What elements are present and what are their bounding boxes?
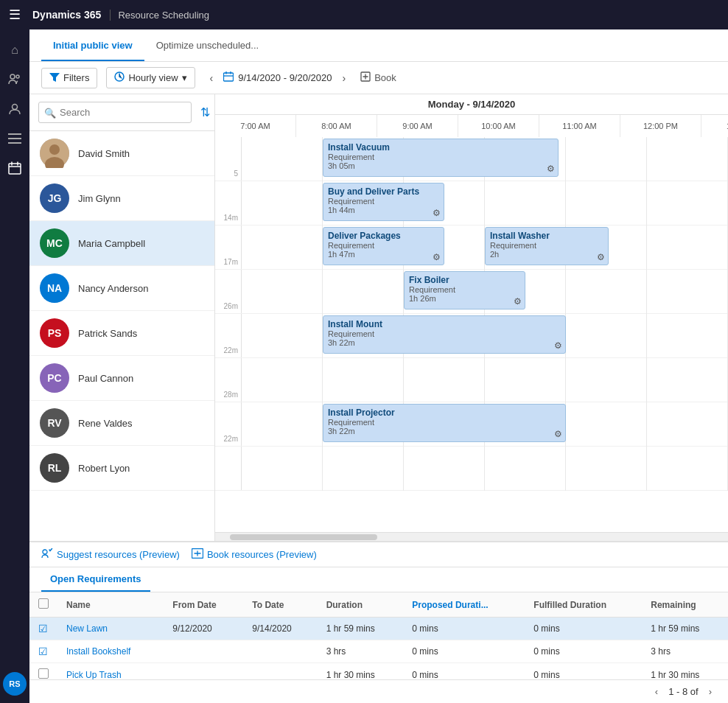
chevron-down-icon: ▾ <box>182 72 187 83</box>
filters-button[interactable]: Filters <box>41 68 97 88</box>
tab-open-requirements[interactable]: Open Requirements <box>41 567 150 592</box>
time-cell <box>566 358 647 402</box>
row-name[interactable]: Install Bookshelf <box>57 640 164 663</box>
time-cell <box>485 447 566 491</box>
nav-person-button[interactable] <box>1 96 28 122</box>
search-input[interactable] <box>38 102 192 123</box>
horizontal-scrollbar[interactable] <box>215 532 728 541</box>
scrollbar-thumb[interactable] <box>230 534 377 540</box>
resource-name: Nancy Anderson <box>78 283 148 294</box>
resource-name: Robert Lyon <box>78 463 130 474</box>
app-name: Dynamics 365 <box>32 9 101 21</box>
hourly-view-button[interactable]: Hourly view ▾ <box>106 67 195 88</box>
time-cell <box>566 270 647 314</box>
gap-label: 22m <box>215 314 242 357</box>
task-block[interactable]: Install Vacuum Requirement 3h 05m ⚙ <box>323 139 559 177</box>
row-name[interactable]: Pick Up Trash <box>57 663 164 680</box>
tab-optimize[interactable]: Optimize unscheduled... <box>144 31 270 61</box>
task-settings-icon[interactable]: ⚙ <box>554 429 562 439</box>
avatar: PC <box>40 363 69 393</box>
gap-label: 14m <box>215 181 242 225</box>
sort-button[interactable]: ⇅ <box>197 102 213 122</box>
checked-icon[interactable]: ☑ <box>38 646 48 657</box>
avatar: NA <box>40 273 69 303</box>
resource-item-jim-glynn[interactable]: JGJim Glynn <box>29 176 214 221</box>
task-block[interactable]: Fix Boiler Requirement 1h 26m ⚙ <box>404 271 525 309</box>
tabs-bar: Initial public view Optimize unscheduled… <box>29 29 728 62</box>
timeline-row: 14m Buy and Deliver Parts Requirement 1h… <box>215 181 728 225</box>
task-settings-icon[interactable]: ⚙ <box>547 164 555 174</box>
resource-item-rene-valdes[interactable]: RVRene Valdes <box>29 401 214 446</box>
nav-list-button[interactable] <box>1 125 28 152</box>
suggest-resources-button[interactable]: Suggest resources (Preview) <box>41 548 180 561</box>
select-all-checkbox[interactable] <box>38 598 49 609</box>
task-settings-icon[interactable]: ⚙ <box>514 296 522 307</box>
svg-rect-5 <box>8 142 21 144</box>
resource-panel: 🔍 ⇅ David SmithJGJim GlynnMCMaria Campbe… <box>29 94 215 541</box>
task-settings-icon[interactable]: ⚙ <box>597 252 605 262</box>
row-fulfilled: 0 mins <box>525 640 642 663</box>
nav-calendar-button[interactable] <box>1 155 28 181</box>
checked-icon[interactable]: ☑ <box>38 623 48 634</box>
row-cells: Install Vacuum Requirement 3h 05m ⚙ Fix … <box>242 137 728 181</box>
task-block[interactable]: Install Mount Requirement 3h 22m ⚙ <box>323 315 566 354</box>
resource-item-robert-lyon[interactable]: RLRobert Lyon <box>29 446 214 491</box>
task-block[interactable]: Install Projector Requirement 3h 22m ⚙ <box>323 404 566 442</box>
book-icon <box>360 71 371 84</box>
book-button[interactable]: Book <box>360 71 396 84</box>
gap-label: 22m <box>215 402 242 446</box>
resource-item-maria-campbell[interactable]: MCMaria Campbell <box>29 221 214 266</box>
resource-name: Maria Campbell <box>78 238 145 249</box>
task-duration: 1h 44m <box>328 206 439 214</box>
task-block[interactable]: Buy and Deliver Parts Requirement 1h 44m… <box>323 183 444 221</box>
tab-initial-public-view[interactable]: Initial public view <box>41 31 144 61</box>
time-cell <box>242 225 323 270</box>
hamburger-menu[interactable]: ☰ <box>9 7 21 23</box>
time-cell <box>404 358 485 402</box>
resource-item-david-smith[interactable]: David Smith <box>29 131 214 176</box>
unchecked-checkbox[interactable] <box>38 668 49 679</box>
avatar: RL <box>40 453 69 483</box>
row-check-cell[interactable]: ☑ <box>29 640 57 663</box>
prev-page-button[interactable]: ‹ <box>651 685 662 699</box>
time-cell <box>323 358 404 402</box>
time-cell <box>647 225 728 270</box>
task-settings-icon[interactable]: ⚙ <box>433 252 441 262</box>
suggest-icon <box>41 548 53 561</box>
time-cell <box>242 181 323 225</box>
task-settings-icon[interactable]: ⚙ <box>433 208 441 218</box>
table-header-row: Name From Date To Date Duration Proposed… <box>29 592 728 618</box>
time-slot-label: 10:00 AM <box>458 115 539 137</box>
resource-list: David SmithJGJim GlynnMCMaria CampbellNA… <box>29 131 214 541</box>
nav-users-button[interactable] <box>1 66 28 93</box>
row-check-cell[interactable] <box>29 663 57 680</box>
timeline-row: 26m Fix Boiler Requirement 1h 26m ⚙ Inst… <box>215 270 728 314</box>
row-name[interactable]: New Lawn <box>57 618 164 640</box>
prev-date-button[interactable]: ‹ <box>204 69 220 87</box>
svg-point-13 <box>49 144 60 155</box>
resource-item-patrick-sands[interactable]: PSPatrick Sands <box>29 311 214 356</box>
time-cell <box>566 314 647 358</box>
row-cells: Fix Boiler Requirement 1h 26m ⚙ Install.… <box>242 270 728 314</box>
timeline-row: 22m Install Projector Requirement 3h 22m… <box>215 402 728 447</box>
row-remaining: 3 hrs <box>642 640 728 663</box>
time-cell <box>647 358 728 402</box>
task-settings-icon[interactable]: ⚙ <box>554 340 562 351</box>
task-block[interactable]: Install Washer Requirement 2h ⚙ <box>485 227 609 265</box>
row-cells: Install Mount Requirement 3h 22m ⚙ Preve… <box>242 314 728 358</box>
book-resources-button[interactable]: Book resources (Preview) <box>192 548 317 561</box>
row-from-date <box>164 663 243 680</box>
task-block[interactable]: Deliver Packages Requirement 1h 47m ⚙ <box>323 227 444 265</box>
time-slot-label: 1:00 PM <box>701 115 728 137</box>
user-avatar-rs[interactable]: RS <box>3 672 27 696</box>
search-icon: 🔍 <box>44 107 56 118</box>
next-date-button[interactable]: › <box>336 69 351 87</box>
time-cell <box>647 402 728 447</box>
row-to-date <box>243 640 317 663</box>
resource-item-nancy-anderson[interactable]: NANancy Anderson <box>29 266 214 311</box>
nav-home-button[interactable]: ⌂ <box>1 37 28 63</box>
next-page-button[interactable]: › <box>704 685 716 699</box>
row-check-cell[interactable]: ☑ <box>29 618 57 640</box>
resource-item-paul-cannon[interactable]: PCPaul Cannon <box>29 356 214 401</box>
search-wrapper: 🔍 <box>38 102 192 123</box>
